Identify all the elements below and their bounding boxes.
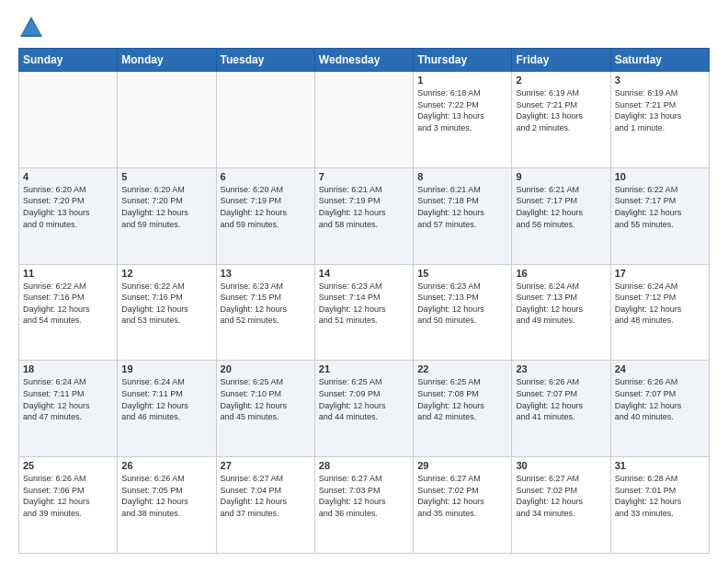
day-info: Sunrise: 6:22 AM Sunset: 7:16 PM Dayligh… — [23, 281, 113, 327]
calendar-week-3: 11Sunrise: 6:22 AM Sunset: 7:16 PM Dayli… — [19, 264, 710, 361]
day-info: Sunrise: 6:21 AM Sunset: 7:18 PM Dayligh… — [417, 184, 507, 230]
day-info: Sunrise: 6:19 AM Sunset: 7:21 PM Dayligh… — [615, 87, 705, 133]
day-info: Sunrise: 6:26 AM Sunset: 7:07 PM Dayligh… — [615, 376, 705, 422]
calendar-cell: 28Sunrise: 6:27 AM Sunset: 7:03 PM Dayli… — [314, 457, 413, 554]
calendar-cell: 11Sunrise: 6:22 AM Sunset: 7:16 PM Dayli… — [19, 264, 118, 361]
day-number: 21 — [319, 363, 409, 374]
weekday-header-saturday: Saturday — [610, 49, 709, 72]
calendar-cell: 4Sunrise: 6:20 AM Sunset: 7:20 PM Daylig… — [19, 167, 118, 264]
weekday-header-tuesday: Tuesday — [216, 49, 314, 72]
day-info: Sunrise: 6:27 AM Sunset: 7:04 PM Dayligh… — [221, 473, 311, 519]
day-info: Sunrise: 6:20 AM Sunset: 7:20 PM Dayligh… — [23, 184, 113, 230]
calendar-cell — [216, 72, 314, 168]
calendar-cell: 18Sunrise: 6:24 AM Sunset: 7:11 PM Dayli… — [19, 361, 118, 457]
calendar-week-1: 1Sunrise: 6:18 AM Sunset: 7:22 PM Daylig… — [19, 72, 710, 168]
day-info: Sunrise: 6:21 AM Sunset: 7:19 PM Dayligh… — [319, 184, 409, 230]
calendar-cell — [314, 72, 413, 168]
calendar-cell: 2Sunrise: 6:19 AM Sunset: 7:21 PM Daylig… — [512, 72, 610, 168]
calendar-week-4: 18Sunrise: 6:24 AM Sunset: 7:11 PM Dayli… — [19, 361, 710, 457]
day-number: 23 — [516, 363, 606, 374]
day-number: 27 — [221, 460, 311, 471]
day-info: Sunrise: 6:26 AM Sunset: 7:07 PM Dayligh… — [516, 376, 606, 422]
day-number: 31 — [615, 460, 705, 471]
day-number: 22 — [417, 363, 507, 374]
day-info: Sunrise: 6:22 AM Sunset: 7:17 PM Dayligh… — [615, 184, 705, 230]
header — [18, 15, 710, 40]
day-number: 9 — [516, 171, 606, 182]
day-number: 4 — [23, 171, 113, 182]
day-number: 25 — [23, 460, 113, 471]
calendar-week-5: 25Sunrise: 6:26 AM Sunset: 7:06 PM Dayli… — [19, 457, 710, 554]
day-info: Sunrise: 6:23 AM Sunset: 7:15 PM Dayligh… — [221, 281, 311, 327]
day-info: Sunrise: 6:26 AM Sunset: 7:06 PM Dayligh… — [23, 473, 113, 519]
day-number: 26 — [121, 460, 211, 471]
day-number: 3 — [615, 75, 705, 86]
calendar-cell: 21Sunrise: 6:25 AM Sunset: 7:09 PM Dayli… — [314, 361, 413, 457]
svg-marker-1 — [22, 20, 40, 35]
calendar-cell: 6Sunrise: 6:20 AM Sunset: 7:19 PM Daylig… — [216, 167, 314, 264]
day-number: 8 — [417, 171, 507, 182]
day-number: 29 — [417, 460, 507, 471]
calendar-cell: 22Sunrise: 6:25 AM Sunset: 7:08 PM Dayli… — [414, 361, 512, 457]
day-info: Sunrise: 6:24 AM Sunset: 7:11 PM Dayligh… — [23, 376, 113, 422]
day-info: Sunrise: 6:25 AM Sunset: 7:09 PM Dayligh… — [319, 376, 409, 422]
day-number: 17 — [615, 268, 705, 279]
day-info: Sunrise: 6:27 AM Sunset: 7:02 PM Dayligh… — [516, 473, 606, 519]
day-number: 1 — [417, 75, 507, 86]
weekday-header-wednesday: Wednesday — [314, 49, 413, 72]
page: SundayMondayTuesdayWednesdayThursdayFrid… — [0, 0, 728, 563]
calendar-cell: 7Sunrise: 6:21 AM Sunset: 7:19 PM Daylig… — [314, 167, 413, 264]
calendar-cell: 5Sunrise: 6:20 AM Sunset: 7:20 PM Daylig… — [118, 167, 216, 264]
day-info: Sunrise: 6:18 AM Sunset: 7:22 PM Dayligh… — [417, 87, 507, 133]
calendar-cell: 20Sunrise: 6:25 AM Sunset: 7:10 PM Dayli… — [216, 361, 314, 457]
day-info: Sunrise: 6:24 AM Sunset: 7:12 PM Dayligh… — [615, 281, 705, 327]
day-number: 18 — [23, 363, 113, 374]
calendar-cell: 19Sunrise: 6:24 AM Sunset: 7:11 PM Dayli… — [118, 361, 216, 457]
calendar-cell: 27Sunrise: 6:27 AM Sunset: 7:04 PM Dayli… — [216, 457, 314, 554]
weekday-header-monday: Monday — [118, 49, 216, 72]
day-number: 13 — [221, 268, 311, 279]
calendar-cell: 31Sunrise: 6:28 AM Sunset: 7:01 PM Dayli… — [610, 457, 709, 554]
day-number: 19 — [121, 363, 211, 374]
calendar-cell: 16Sunrise: 6:24 AM Sunset: 7:13 PM Dayli… — [512, 264, 610, 361]
calendar-cell: 9Sunrise: 6:21 AM Sunset: 7:17 PM Daylig… — [512, 167, 610, 264]
calendar-cell: 26Sunrise: 6:26 AM Sunset: 7:05 PM Dayli… — [118, 457, 216, 554]
day-info: Sunrise: 6:25 AM Sunset: 7:10 PM Dayligh… — [221, 376, 311, 422]
day-info: Sunrise: 6:23 AM Sunset: 7:13 PM Dayligh… — [417, 281, 507, 327]
day-info: Sunrise: 6:19 AM Sunset: 7:21 PM Dayligh… — [516, 87, 606, 133]
day-number: 28 — [319, 460, 409, 471]
calendar-cell: 30Sunrise: 6:27 AM Sunset: 7:02 PM Dayli… — [512, 457, 610, 554]
calendar-cell — [118, 72, 216, 168]
calendar-week-2: 4Sunrise: 6:20 AM Sunset: 7:20 PM Daylig… — [19, 167, 710, 264]
day-info: Sunrise: 6:24 AM Sunset: 7:11 PM Dayligh… — [121, 376, 211, 422]
day-number: 7 — [319, 171, 409, 182]
weekday-header-friday: Friday — [512, 49, 610, 72]
day-number: 12 — [121, 268, 211, 279]
calendar-cell: 8Sunrise: 6:21 AM Sunset: 7:18 PM Daylig… — [414, 167, 512, 264]
calendar-cell: 12Sunrise: 6:22 AM Sunset: 7:16 PM Dayli… — [118, 264, 216, 361]
day-number: 11 — [23, 268, 113, 279]
day-info: Sunrise: 6:20 AM Sunset: 7:20 PM Dayligh… — [121, 184, 211, 230]
weekday-header-sunday: Sunday — [19, 49, 118, 72]
calendar-cell: 23Sunrise: 6:26 AM Sunset: 7:07 PM Dayli… — [512, 361, 610, 457]
day-number: 14 — [319, 268, 409, 279]
day-number: 24 — [615, 363, 705, 374]
calendar-cell: 14Sunrise: 6:23 AM Sunset: 7:14 PM Dayli… — [314, 264, 413, 361]
day-number: 2 — [516, 75, 606, 86]
day-number: 10 — [615, 171, 705, 182]
day-info: Sunrise: 6:27 AM Sunset: 7:03 PM Dayligh… — [319, 473, 409, 519]
calendar-cell: 17Sunrise: 6:24 AM Sunset: 7:12 PM Dayli… — [610, 264, 709, 361]
calendar-cell: 15Sunrise: 6:23 AM Sunset: 7:13 PM Dayli… — [414, 264, 512, 361]
weekday-header-row: SundayMondayTuesdayWednesdayThursdayFrid… — [19, 49, 710, 72]
day-info: Sunrise: 6:24 AM Sunset: 7:13 PM Dayligh… — [516, 281, 606, 327]
day-info: Sunrise: 6:27 AM Sunset: 7:02 PM Dayligh… — [417, 473, 507, 519]
day-info: Sunrise: 6:23 AM Sunset: 7:14 PM Dayligh… — [319, 281, 409, 327]
calendar-cell: 1Sunrise: 6:18 AM Sunset: 7:22 PM Daylig… — [414, 72, 512, 168]
day-info: Sunrise: 6:20 AM Sunset: 7:19 PM Dayligh… — [221, 184, 311, 230]
calendar-cell: 24Sunrise: 6:26 AM Sunset: 7:07 PM Dayli… — [610, 361, 709, 457]
day-number: 20 — [221, 363, 311, 374]
logo — [18, 15, 48, 40]
day-number: 6 — [221, 171, 311, 182]
calendar-cell: 29Sunrise: 6:27 AM Sunset: 7:02 PM Dayli… — [414, 457, 512, 554]
day-number: 16 — [516, 268, 606, 279]
